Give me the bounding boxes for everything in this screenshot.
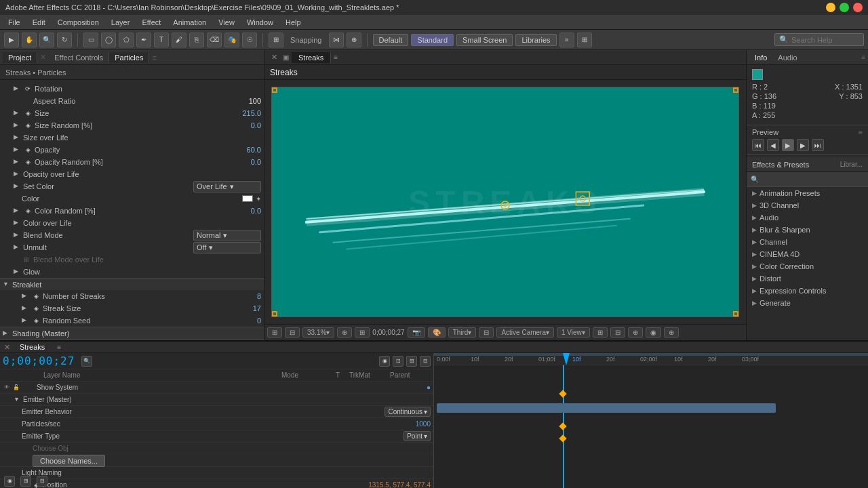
tab-info[interactable]: Info [749, 52, 772, 63]
blend-mode-dropdown[interactable]: Normal ▾ [193, 230, 261, 241]
preview-next-frame[interactable]: ▶ [797, 139, 809, 151]
twirl-streaklet[interactable]: ▼ [3, 281, 11, 289]
effect-animation-presets[interactable]: ▶ Animation Presets [747, 187, 868, 199]
choose-names-button[interactable]: Choose Names... [33, 455, 105, 467]
clone-tool[interactable]: ⎘ [189, 33, 204, 47]
effect-expression-controls[interactable]: ▶ Expression Controls [747, 285, 868, 297]
comp-fullscreen-btn[interactable]: ⊞ [593, 327, 608, 338]
snapping-toggle[interactable]: ⊞ [269, 33, 283, 47]
workspace-libraries[interactable]: Libraries [515, 34, 556, 46]
comp-camera-btn[interactable]: 📷 [408, 327, 425, 338]
status-queue-btn[interactable]: ⊟ [37, 476, 47, 487]
effect-3d-channel[interactable]: ▶ 3D Channel [747, 199, 868, 211]
tl-tab-menu[interactable]: ≡ [54, 344, 64, 351]
twirl-color-random[interactable]: ▶ [14, 207, 22, 215]
timeline-close[interactable]: ✕ [4, 343, 10, 352]
twirl-opacity-random[interactable]: ▶ [14, 158, 22, 166]
comp-camera-dropdown[interactable]: Active Camera▾ [496, 327, 554, 338]
tl-keyframe-3[interactable] [559, 434, 566, 442]
menu-composition[interactable]: Composition [52, 17, 104, 28]
comp-safe-btn[interactable]: ⊞ [355, 327, 370, 338]
twirl-num-streaks[interactable]: ▶ [22, 292, 30, 300]
emitter-type-dropdown[interactable]: Point ▾ [403, 431, 431, 441]
selection-tool[interactable]: ▶ [4, 33, 19, 47]
tl-keyframe-1[interactable] [559, 390, 566, 397]
twirl-col[interactable]: ▶ [14, 219, 22, 227]
twirl-rotation[interactable]: ▶ [14, 85, 22, 93]
twirl-blend-mode[interactable]: ▶ [14, 231, 22, 239]
preview-last-frame[interactable]: ⏭ [812, 139, 824, 151]
menu-effect[interactable]: Effect [136, 17, 166, 28]
workspace-small-screen[interactable]: Small Screen [456, 34, 513, 46]
twirl-opacity[interactable]: ▶ [14, 146, 22, 154]
comp-color-btn[interactable]: 🎨 [428, 327, 446, 338]
effect-audio[interactable]: ▶ Audio [747, 211, 868, 224]
pen-tool[interactable]: ✒ [136, 33, 151, 47]
libraries-tab-label[interactable]: Librar... [840, 161, 863, 168]
effects-search-input[interactable] [759, 176, 864, 184]
preview-first-frame[interactable]: ⏮ [752, 139, 764, 151]
effect-blur-sharpen[interactable]: ▶ Blur & Sharpen [747, 224, 868, 236]
preview-menu[interactable]: ≡ [859, 128, 863, 136]
effect-distort[interactable]: ▶ Distort [747, 272, 868, 285]
twirl-animation-presets[interactable]: ▶ [752, 190, 757, 197]
tl-solo-btn[interactable]: ◉ [379, 356, 390, 367]
tl-particles-value[interactable]: 1000 [416, 420, 431, 428]
comp-view-options[interactable]: ⊟ [479, 327, 494, 338]
ellipse-tool[interactable]: ◯ [101, 33, 116, 47]
comp-grid-btn[interactable]: ⊟ [285, 327, 300, 338]
search-box[interactable]: 🔍 [774, 33, 864, 46]
color-eyedropper[interactable]: ✦ [256, 195, 261, 203]
twirl-unmult[interactable]: ▶ [14, 243, 22, 251]
comp-view-count[interactable]: 1 View▾ [557, 327, 590, 338]
twirl-size[interactable]: ▶ [14, 109, 22, 117]
zoom-tool[interactable]: 🔍 [39, 33, 54, 47]
menu-layer[interactable]: Layer [106, 17, 136, 28]
comp-toggle-btn[interactable]: ⊞ [267, 327, 282, 338]
menu-help[interactable]: Help [280, 17, 307, 28]
section-streaklet[interactable]: ▼ Streaklet [0, 278, 264, 290]
puppet-tool[interactable]: ☉ [242, 33, 257, 47]
close-button[interactable] [853, 3, 863, 12]
twirl-ool[interactable]: ▶ [14, 170, 22, 178]
tab-particles[interactable]: Particles [109, 52, 149, 63]
right-panel-menu[interactable]: ≡ [861, 54, 865, 61]
effect-color-correction[interactable]: ▶ Color Correction [747, 260, 868, 272]
snap-icon[interactable]: ⋈ [329, 33, 344, 47]
twirl-set-color[interactable]: ▶ [14, 182, 22, 190]
section-shading[interactable]: ▶ Shading (Master) [0, 327, 264, 339]
workspace-expand[interactable]: » [559, 33, 574, 47]
comp-transparency-btn[interactable]: ⊟ [610, 327, 625, 338]
status-render-btn[interactable]: ◉ [4, 476, 15, 487]
comp-toggle-track[interactable]: ⊕ [628, 327, 643, 338]
tl-shy-btn[interactable]: ⊡ [393, 356, 403, 367]
effect-generate[interactable]: ▶ Generate [747, 297, 868, 309]
comp-view-mode[interactable]: Third▾ [448, 327, 477, 338]
twirl-distort[interactable]: ▶ [752, 275, 757, 282]
tab-effect-controls[interactable]: Effect Controls [49, 52, 109, 63]
twirl-3d-channel[interactable]: ▶ [752, 202, 757, 209]
comp-tab-streaks[interactable]: Streaks [292, 52, 331, 63]
tl-keyframe-2[interactable] [559, 422, 566, 430]
twirl-emitter[interactable]: ▼ [14, 396, 22, 404]
handle-tr[interactable] [733, 87, 738, 93]
menu-view[interactable]: View [213, 17, 240, 28]
workspace-standard[interactable]: Standard [411, 34, 454, 46]
workspace-default[interactable]: Default [373, 34, 409, 46]
comp-frame-btn[interactable]: ⊕ [337, 327, 352, 338]
tl-tab-streaks[interactable]: Streaks [13, 342, 52, 352]
twirl-streak-size[interactable]: ▶ [22, 304, 30, 312]
unmult-dropdown[interactable]: Off ▾ [193, 242, 261, 253]
tl-search-btn[interactable]: 🔍 [81, 356, 92, 367]
twirl-color-correction[interactable]: ▶ [752, 263, 757, 270]
comp-close-icon[interactable]: ✕ [269, 53, 280, 62]
twirl-random-seed[interactable]: ▶ [22, 317, 30, 325]
handle-br[interactable] [733, 311, 738, 317]
twirl-audio[interactable]: ▶ [752, 214, 757, 221]
comp-render-btn[interactable]: ◉ [646, 327, 661, 338]
search-input[interactable] [791, 36, 859, 44]
maximize-button[interactable] [840, 3, 849, 12]
tl-collapse-btn[interactable]: ⊞ [406, 356, 417, 367]
twirl-size-random[interactable]: ▶ [14, 121, 22, 129]
tl-eye-icon[interactable]: 👁 [3, 384, 11, 392]
